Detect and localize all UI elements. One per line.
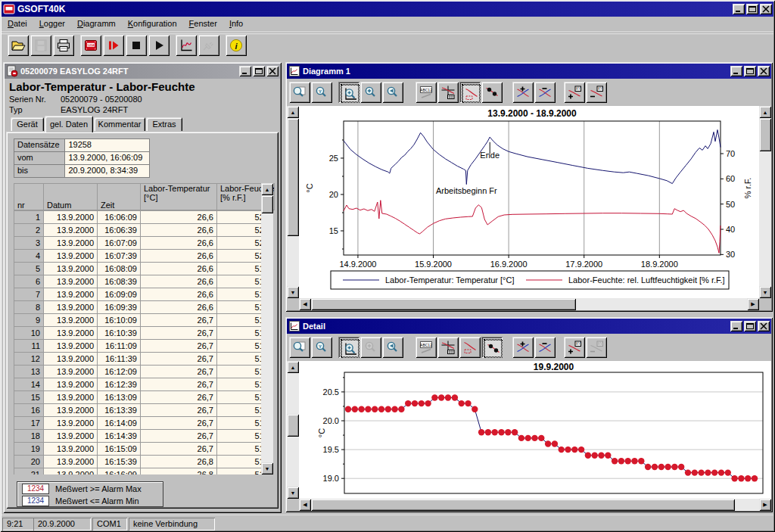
text-display-button[interactable]: ABC12 (416, 337, 437, 358)
tab-gel-daten[interactable]: gel. Daten (45, 116, 93, 132)
table-row[interactable]: 113.9.200016:06:0926,652,2 (14, 211, 262, 224)
table-row[interactable]: 1413.9.200016:12:3926,751,4 (14, 378, 262, 391)
table-row[interactable]: 213.9.200016:06:3926,652,1 (14, 224, 262, 237)
menu-info[interactable]: Info (223, 17, 249, 31)
close-button[interactable] (266, 66, 279, 76)
table-row[interactable]: 513.9.200016:08:0926,651,6 (14, 263, 262, 275)
maximize-button[interactable] (744, 66, 756, 76)
table-row[interactable]: 1513.9.200016:13:0926,751,6 (14, 391, 262, 404)
scroll-down-button[interactable]: ▼ (759, 286, 771, 298)
scrollbar-thumb[interactable] (287, 118, 299, 236)
table-row[interactable]: 1913.9.200016:15:0926,751,3 (14, 443, 262, 456)
zoom-document-button[interactable] (289, 337, 310, 358)
table-row[interactable]: 1313.9.200016:12:0926,751,6 (14, 366, 262, 378)
minimize-button[interactable] (733, 4, 745, 14)
start-button[interactable] (148, 35, 170, 56)
maximize-button[interactable] (746, 4, 758, 14)
minimize-button[interactable] (239, 66, 251, 76)
table-row[interactable]: 313.9.200016:07:0926,652,2 (14, 237, 262, 250)
zoom-y-button[interactable]: Y (311, 82, 332, 103)
remove-curve-button[interactable] (534, 82, 556, 103)
diagram-right-y-scrollbar[interactable]: ▲ ▼ (759, 106, 771, 298)
minimize-button[interactable] (730, 66, 742, 76)
scrollbar-thumb[interactable] (287, 414, 299, 437)
crosshair-values-button[interactable] (437, 337, 459, 358)
show-points-button[interactable] (481, 337, 503, 358)
scroll-right-button[interactable]: ▶ (759, 499, 771, 511)
scroll-up-button[interactable]: ▲ (287, 106, 299, 118)
zoom-document-button[interactable] (289, 82, 310, 103)
table-row[interactable]: 613.9.200016:08:3926,651,6 (14, 275, 262, 288)
scroll-down-button[interactable]: ▼ (287, 487, 299, 499)
close-button[interactable] (758, 321, 770, 331)
scrollbar-thumb[interactable] (759, 118, 771, 151)
add-curve-button[interactable] (512, 82, 534, 103)
crosshair-values-button[interactable] (437, 82, 459, 103)
zoom-back-button[interactable] (382, 82, 403, 103)
table-scrollbar[interactable]: ▲ ▼ (261, 183, 273, 474)
table-row[interactable]: 1713.9.200016:14:0926,751,5 (14, 417, 262, 430)
scroll-up-button[interactable]: ▲ (287, 361, 299, 373)
scroll-up-button[interactable]: ▲ (759, 106, 771, 118)
scroll-left-button[interactable]: ◀ (299, 499, 311, 511)
table-row[interactable]: 1013.9.200016:10:3926,751,2 (14, 327, 262, 340)
open-button[interactable] (8, 35, 29, 56)
col-header[interactable]: Datum (44, 184, 98, 210)
diagram-x-scrollbar[interactable]: ◀ ▶ (299, 298, 759, 310)
zoom-in-button[interactable] (360, 82, 381, 103)
remove-curve-button[interactable] (534, 337, 556, 358)
col-header[interactable]: Labor-Temperatur[°C] (141, 184, 217, 210)
table-row[interactable]: 413.9.200016:07:3926,652,0 (14, 250, 262, 263)
table-row[interactable]: 1613.9.200016:13:3926,751,7 (14, 404, 262, 417)
show-points-button[interactable] (481, 82, 503, 103)
scroll-up-button[interactable]: ▲ (261, 183, 273, 195)
table-row[interactable]: 1213.9.200016:11:3926,751,5 (14, 353, 262, 366)
scroll-down-button[interactable]: ▼ (261, 462, 273, 474)
zoom-axes-button[interactable] (338, 82, 359, 103)
maximize-button[interactable] (253, 66, 265, 76)
menu-datei[interactable]: Datei (2, 17, 33, 31)
text-display-button[interactable]: ABC12 (416, 82, 437, 103)
scroll-left-button[interactable]: ◀ (299, 298, 311, 310)
add-xy-button[interactable]: XY (564, 337, 585, 358)
col-header[interactable]: Zeit (98, 184, 141, 210)
table-row[interactable]: 713.9.200016:09:0926,651,4 (14, 288, 262, 301)
zoom-axes-button[interactable] (338, 337, 359, 358)
tab-gerät[interactable]: Gerät (11, 117, 44, 131)
maximize-button[interactable] (744, 321, 756, 331)
minimize-button[interactable] (730, 321, 742, 331)
add-curve-button[interactable] (512, 337, 534, 358)
table-row[interactable]: 2013.9.200016:15:3926,851,2 (14, 456, 262, 468)
close-button[interactable] (758, 66, 770, 76)
diagram-button[interactable] (176, 35, 197, 56)
menu-logger[interactable]: Logger (33, 17, 71, 31)
table-row[interactable]: 1813.9.200016:14:3926,751,3 (14, 430, 262, 443)
menu-diagramm[interactable]: Diagramm (71, 17, 122, 31)
scroll-down-button[interactable]: ▼ (287, 286, 299, 298)
table-row[interactable]: 1113.9.200016:11:0926,751,3 (14, 340, 262, 353)
tab-kommentar[interactable]: Kommentar (94, 117, 145, 131)
curve-measure-button[interactable] (459, 337, 481, 358)
table-row[interactable]: 2113.9.200016:16:0926,851,3 (14, 468, 262, 475)
logger-button[interactable]: 1234 (80, 35, 101, 56)
col-header[interactable]: nr (14, 184, 44, 210)
tab-extras[interactable]: Extras (146, 117, 182, 131)
curve-measure-button[interactable] (459, 82, 481, 103)
close-button[interactable] (760, 4, 772, 14)
menu-konfiguration[interactable]: Konfiguration (122, 17, 183, 31)
print-button[interactable] (53, 35, 74, 56)
scrollbar-thumb[interactable] (261, 195, 273, 213)
table-row[interactable]: 913.9.200016:10:0926,751,3 (14, 314, 262, 327)
detail-x-scrollbar[interactable]: ◀ ▶ (299, 499, 771, 511)
add-xy-button[interactable]: XY (564, 82, 585, 103)
zoom-y-button[interactable]: Y (311, 337, 332, 358)
scroll-right-button[interactable]: ▶ (747, 298, 759, 310)
zoom-back-button[interactable] (382, 337, 403, 358)
read-logger-button[interactable] (103, 35, 124, 56)
info-button[interactable]: i (226, 35, 247, 56)
diagram-left-y-scrollbar[interactable]: ▲ ▼ (287, 106, 299, 298)
detail-y-scrollbar[interactable]: ▲ ▼ (287, 361, 299, 499)
menu-fenster[interactable]: Fenster (183, 17, 223, 31)
scrollbar-thumb[interactable] (311, 298, 576, 310)
table-row[interactable]: 813.9.200016:09:3926,651,3 (14, 301, 262, 314)
